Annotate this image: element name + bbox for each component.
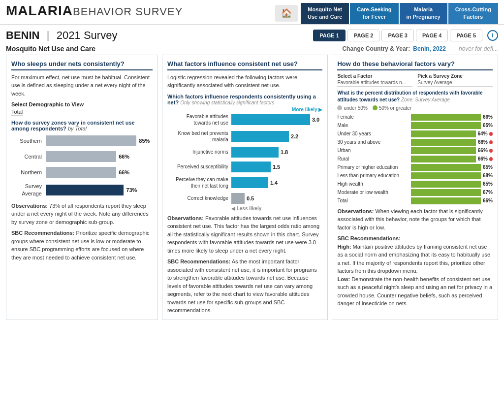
factor-bar-container-4: 1.5 <box>231 162 323 172</box>
middle-sbc-body: As the most important factor associated … <box>167 258 317 313</box>
tab-cross-cutting[interactable]: Cross-Cutting Factors <box>448 3 498 24</box>
left-bar-chart: Southern 85% Central 66% Northern <box>11 135 153 197</box>
right-bar-label-urban: Urban <box>337 148 411 153</box>
left-chart-title: How do survey zones vary in consistent n… <box>11 120 153 131</box>
middle-chart-title: Which factors influence respondents cons… <box>167 94 323 105</box>
page-4-btn[interactable]: PAGE 4 <box>416 30 448 41</box>
right-bar-container-highwealth: 65% <box>411 181 493 188</box>
bar-row-northern: Northern 66% <box>11 167 153 178</box>
left-chart-subtitle: by Total <box>68 126 87 131</box>
factor-bar-container-5: 1.4 <box>231 177 323 188</box>
right-bar-row-female: Female 66% <box>337 114 493 121</box>
year-label: 2021 Survey <box>57 29 118 41</box>
left-sbc-title: SBC Recommendations: <box>11 230 74 236</box>
right-bar-row-lessprimary: Less than primary education 68% <box>337 172 493 179</box>
right-bar-label-female: Female <box>337 114 411 120</box>
info-icon[interactable]: i <box>487 30 498 41</box>
right-bar-row-highwealth: High wealth 65% <box>337 181 493 188</box>
right-bar-row-primary: Primary or higher education 65% <box>337 164 493 171</box>
bar-val-average: 73% <box>126 187 137 193</box>
right-bar-container-30above: 68% <box>411 139 493 146</box>
panel-left-body: For maximum effect, net use must be habi… <box>11 73 153 98</box>
right-bar-row-modwealth: Moderate or low wealth 67% <box>337 189 493 196</box>
factor-val-1: 3.0 <box>312 117 319 123</box>
factor-row-5: Perceive they can maketheir net last lon… <box>167 176 323 189</box>
country-year: BENIN | 2021 Survey <box>6 29 117 42</box>
bar-central <box>46 151 116 162</box>
factor-row-6: Correct knowledge 0.5 <box>167 193 323 204</box>
middle-sbc-title: SBC Recommendations: <box>167 258 230 264</box>
right-bar-val-primary: 65% <box>483 164 493 170</box>
panel-right: How do these behavioral factors vary? Se… <box>332 55 498 320</box>
bar-row-average: SurveyAverage 73% <box>11 183 153 197</box>
right-bar-val-highwealth: 65% <box>483 181 493 187</box>
right-bar-val-total: 66% <box>483 198 493 203</box>
right-bar-modwealth <box>411 189 481 196</box>
right-bar-val-male: 65% <box>483 123 493 128</box>
right-bar-urban <box>411 147 475 154</box>
factor-val-4: 1.5 <box>273 164 280 170</box>
bar-val-central: 66% <box>119 154 129 160</box>
right-chart-note: Zone: Survey Average <box>401 97 450 102</box>
panel-middle-body: Logistic regression revealed the followi… <box>167 73 323 90</box>
page-3-btn[interactable]: PAGE 3 <box>381 30 414 41</box>
right-dot-urban <box>489 149 493 153</box>
tab-malaria-pregnancy[interactable]: Malaria in Pregnancy <box>400 3 447 24</box>
pipe-separator: | <box>47 29 50 41</box>
factor-val-2: 2.2 <box>291 133 298 139</box>
home-button[interactable]: 🏠 <box>275 5 298 22</box>
right-bar-container-modwealth: 67% <box>411 189 493 196</box>
right-dot-rural <box>489 157 493 161</box>
legend-label-green: 50% or greater <box>379 105 411 111</box>
legend-dot-gray <box>337 105 342 110</box>
bar-container-southern: 85% <box>46 135 153 146</box>
factor-row-2: Know bed net preventsmalaria 2.2 <box>167 130 323 143</box>
factor-bar-container-3: 1.8 <box>231 147 323 158</box>
right-bar-container-female: 66% <box>411 114 493 121</box>
bar-northern <box>46 167 116 178</box>
zone-select-value[interactable]: Survey Average <box>417 80 493 87</box>
section-title: Mosquito Net Use and Care <box>6 45 95 53</box>
tab-mosquito[interactable]: Mosquito Net Use and Care <box>301 3 349 24</box>
right-bar-val-modwealth: 67% <box>483 190 493 195</box>
less-likely-row: ◀ Less likely <box>231 206 323 211</box>
factor-row-3: Injunctive norms 1.8 <box>167 147 323 158</box>
less-likely-label: ◀ Less likely <box>231 206 261 211</box>
zone-select-col: Pick a Survey Zone Survey Average <box>417 73 493 87</box>
right-sbc-high-body: Maintain positive attitudes by framing c… <box>337 244 490 274</box>
right-bar-val-lessprimary: 68% <box>483 173 493 178</box>
right-bar-male <box>411 122 481 129</box>
behavior-label: BEHAVIOR SURVEY <box>73 5 183 18</box>
right-bar-label-under30: Under 30 years <box>337 131 411 136</box>
right-bar-chart: Female 66% Male 65% Under 30 years <box>337 114 493 204</box>
factor-select-row: Select a Factor Favorable attitudes towa… <box>337 73 493 87</box>
right-obs-text: Observations: When viewing each factor t… <box>337 207 493 232</box>
middle-obs-text: Observations: Favorable attitudes toward… <box>167 214 323 255</box>
right-bar-val-under30: 64% <box>478 131 488 136</box>
factor-bar-1 <box>231 114 310 125</box>
page-nav: PAGE 1 PAGE 2 PAGE 3 PAGE 4 PAGE 5 i <box>313 30 498 41</box>
change-country-value[interactable]: Benin, 2022 <box>413 45 446 52</box>
right-bar-label-modwealth: Moderate or low wealth <box>337 190 411 195</box>
legend-50-plus: 50% or greater <box>373 105 411 111</box>
bar-row-central: Central 66% <box>11 151 153 162</box>
change-country-label: Change Country & Year: <box>342 45 410 52</box>
left-sbc-text: SBC Recommendations: Prioritize specific… <box>11 229 153 261</box>
change-country-row: Change Country & Year: Benin, 2022 hover… <box>342 45 498 52</box>
right-bar-val-30above: 68% <box>478 139 488 145</box>
header-title: MALARIA BEHAVIOR SURVEY <box>6 3 183 24</box>
page-2-btn[interactable]: PAGE 2 <box>347 30 380 41</box>
select-demo-value[interactable]: Total <box>11 109 23 116</box>
right-bar-label-highwealth: High wealth <box>337 181 411 187</box>
right-bar-container-male: 65% <box>411 122 493 129</box>
right-bar-container-lessprimary: 68% <box>411 172 493 179</box>
page-1-btn[interactable]: PAGE 1 <box>313 30 346 41</box>
factor-val-6: 0.5 <box>247 195 254 201</box>
legend-dot-green <box>373 105 378 110</box>
page-5-btn[interactable]: PAGE 5 <box>450 30 482 41</box>
tab-care-seeking[interactable]: Care-Seeking for Fever <box>350 3 398 24</box>
factor-select-value[interactable]: Favorable attitudes towards n... <box>337 80 412 87</box>
right-obs-title: Observations: <box>337 208 374 214</box>
hover-text: hover for defi... <box>459 45 498 52</box>
panel-left: Who sleeps under nets consistently? For … <box>6 55 158 320</box>
